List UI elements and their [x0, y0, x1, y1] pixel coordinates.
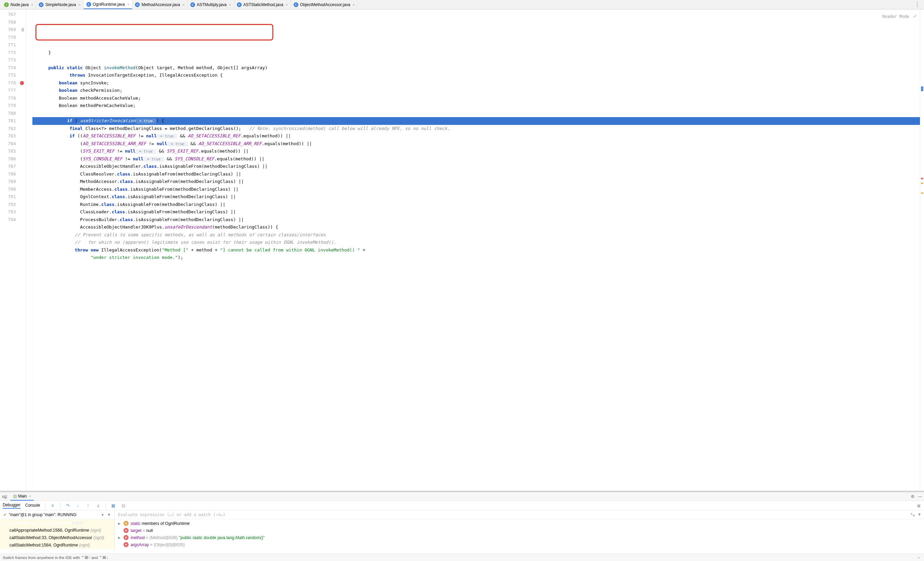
evaluate-icon[interactable]: ▦ [111, 503, 116, 508]
error-stripe[interactable] [920, 9, 924, 491]
code-line[interactable]: (SYS_EXIT_REF != null = true && SYS_EXIT… [32, 147, 920, 155]
line-number[interactable]: 779 [0, 102, 26, 110]
status-close-icon[interactable]: × [916, 556, 921, 560]
editor-tab[interactable]: C ASTMultiply.java × [188, 0, 234, 9]
line-number[interactable]: 789 [0, 178, 26, 186]
code-editor[interactable]: Reader Mode ✓ } public static Object inv… [32, 9, 920, 491]
close-icon[interactable]: × [229, 3, 231, 7]
code-line[interactable]: AccessibleObjectHandlerJDK9Plus.unsafeOr… [32, 224, 920, 231]
expand-icon[interactable] [118, 543, 122, 546]
line-number[interactable]: 773 [0, 56, 26, 64]
line-number[interactable]: 788 [0, 171, 26, 178]
variable-row[interactable]: ▶Pmethod = {Method@836} "public static d… [115, 534, 924, 541]
line-number[interactable]: 787 [0, 163, 26, 171]
editor-tab[interactable]: I Node.java × [2, 0, 36, 9]
code-line[interactable]: (AO_SETACCESSIBLE_ARR_REF != null = true… [32, 140, 920, 148]
code-line[interactable]: if (_useStricterInvocation = true ) { [32, 117, 920, 125]
variable-row[interactable]: ▶Sstatic members of OgnlRuntime [115, 520, 924, 527]
debug-session-tab[interactable]: ▤ Main × [10, 492, 34, 501]
close-icon[interactable]: × [127, 2, 129, 6]
close-icon[interactable]: × [29, 494, 31, 498]
code-line[interactable]: (SYS_CONSOLE_REF != null = true && SYS_C… [32, 155, 920, 163]
line-number[interactable]: 769@ [0, 26, 26, 34]
close-icon[interactable]: × [183, 3, 184, 7]
settings-icon[interactable]: ⚙ [911, 494, 915, 499]
editor-tab[interactable]: C MethodAccessor.java × [132, 0, 188, 9]
line-number[interactable]: 770 [0, 34, 26, 42]
code-line[interactable]: Runtime.class.isAssignableFrom(methodDec… [32, 201, 920, 208]
close-icon[interactable]: × [352, 3, 355, 7]
code-line[interactable]: OgnlContext.class.isAssignableFrom(metho… [32, 193, 920, 201]
run-to-cursor-icon[interactable]: ⤓ [96, 503, 101, 508]
code-line[interactable]: } [32, 49, 920, 57]
line-number[interactable]: 774 [0, 64, 26, 72]
add-watch-icon[interactable]: +▪ [910, 512, 915, 517]
code-line[interactable]: AccessibleObjectHandler.class.isAssignab… [32, 163, 920, 171]
line-number[interactable]: 776 [0, 80, 26, 87]
code-line[interactable]: throws InvocationTargetException, Illega… [32, 72, 920, 80]
code-line[interactable] [32, 110, 920, 117]
code-line[interactable] [32, 56, 920, 64]
line-number[interactable]: 794 [0, 216, 26, 224]
override-icon[interactable]: @ [22, 26, 24, 34]
code-line[interactable]: Boolean methodPermCacheValue; [32, 102, 920, 110]
code-line[interactable]: boolean checkPermission; [32, 87, 920, 94]
line-number[interactable]: 784 [0, 140, 26, 148]
reader-mode-label[interactable]: Reader Mode [882, 13, 909, 21]
editor-tab[interactable]: C SimpleNode.java × [36, 0, 83, 9]
code-line[interactable]: MethodAccessor.class.isAssignableFrom(me… [32, 178, 920, 186]
evaluate-expression-input[interactable]: Evaluate expression (↵) or add a watch (… [115, 510, 924, 519]
line-number[interactable]: 781 [0, 117, 26, 125]
line-number[interactable]: 783 [0, 132, 26, 140]
line-number[interactable]: 790 [0, 186, 26, 194]
code-line[interactable]: "under stricter invocation mode."); [32, 254, 920, 262]
close-icon[interactable]: × [286, 3, 288, 7]
debugger-tab[interactable]: Debugger [3, 502, 21, 508]
step-over-icon[interactable]: ↷ [65, 503, 70, 508]
line-number[interactable]: 768 [0, 19, 26, 26]
line-number[interactable]: 785 [0, 147, 26, 155]
stack-frame[interactable]: callStaticMethod:1584, OgnlRuntime (ognl… [0, 542, 114, 549]
line-number[interactable]: 780 [0, 110, 26, 117]
editor-tab[interactable]: C ASTStaticMethod.java × [234, 0, 291, 9]
code-line[interactable]: // Prevent calls to some specific method… [32, 231, 920, 239]
variable-row[interactable]: Ptarget = null [115, 527, 924, 534]
line-number[interactable]: 793 [0, 208, 26, 216]
close-icon[interactable]: × [31, 3, 33, 7]
expand-icon[interactable] [118, 529, 122, 532]
code-line[interactable]: boolean syncInvoke; [32, 80, 920, 87]
code-line[interactable]: ClassResolver.class.isAssignableFrom(met… [32, 171, 920, 178]
line-number[interactable]: 771 [0, 41, 26, 49]
dropdown-icon[interactable]: ▼ [107, 512, 111, 517]
code-line[interactable]: Boolean methodAccessCacheValue; [32, 94, 920, 102]
step-out-icon[interactable]: ↑ [86, 503, 91, 508]
console-tab[interactable]: Console [25, 503, 40, 508]
breakpoint-icon[interactable] [20, 81, 24, 85]
line-number[interactable]: 772 [0, 49, 26, 57]
expand-icon[interactable]: ▶ [118, 536, 122, 539]
line-number[interactable]: 791 [0, 193, 26, 201]
variables-list[interactable]: ▶Sstatic members of OgnlRuntime Ptarget … [115, 519, 924, 554]
line-number[interactable]: 786 [0, 155, 26, 163]
code-line[interactable]: // for which no (apparent) legitimate us… [32, 238, 920, 246]
code-line[interactable]: throw new IllegalAccessException("Method… [32, 246, 920, 254]
line-number[interactable]: 778 [0, 94, 26, 102]
step-into-icon[interactable]: ↓ [75, 503, 81, 508]
variable-row[interactable]: PargsArray = {Object[0]@835} [115, 541, 924, 548]
frames-list[interactable]: invokeMethod:776, OgnlRuntime (ognl)call… [0, 519, 114, 554]
code-line[interactable]: if ((AO_SETACCESSIBLE_REF != null = true… [32, 132, 920, 140]
editor-tab[interactable]: C ObjectMethodAccessor.java × [291, 0, 358, 9]
line-number[interactable]: 782 [0, 125, 26, 133]
layout-icon[interactable]: ▣ [916, 503, 921, 508]
thread-selector[interactable]: ✔ "main"@1 in group "main": RUNNING ▾ ▼ [0, 510, 114, 519]
expand-icon[interactable]: ▶ [118, 522, 122, 525]
filter-icon[interactable]: ▾ [102, 512, 104, 517]
stack-frame[interactable]: invokeMethod:776, OgnlRuntime (ognl) [0, 519, 114, 526]
line-number[interactable]: 775 [0, 72, 26, 80]
line-number[interactable]: 777 [0, 87, 26, 94]
folding-column[interactable] [26, 9, 32, 491]
line-number[interactable]: 792 [0, 201, 26, 208]
trace-icon[interactable]: ▤ [121, 503, 126, 508]
stack-frame[interactable]: callAppropriateMethod:1566, OgnlRuntime … [0, 526, 114, 534]
line-number[interactable]: 767 [0, 11, 26, 19]
